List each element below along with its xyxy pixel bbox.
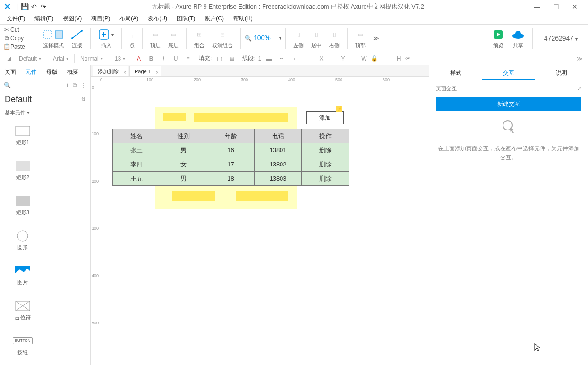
lock-icon[interactable]: 🔓	[369, 55, 379, 62]
canvas-area: 添加删除× Page 1× 0100200300400500600 010020…	[91, 65, 429, 365]
more-tools[interactable]: ≫	[369, 31, 383, 46]
widget-image[interactable]: 图片	[0, 258, 45, 293]
style-fill-icon[interactable]: ◢	[4, 55, 13, 62]
property-bar: ◢ Default▾ Arial▾ Normal▾ 13▾ A B I U ≡ …	[0, 52, 588, 65]
size-h[interactable]: H	[382, 55, 401, 62]
table-header-row: 姓名性别年龄电话操作	[113, 129, 349, 143]
style-dropdown[interactable]: Default▾	[16, 55, 44, 62]
widget-placeholder[interactable]: 占位符	[0, 293, 45, 328]
point-button: ┐点	[126, 27, 138, 49]
tab-style[interactable]: 样式	[429, 65, 482, 80]
layer-top: ▭顶层	[146, 27, 164, 49]
widget-rect3[interactable]: 矩形3	[0, 188, 45, 223]
ruler-horizontal: 0100200300400500600	[91, 77, 429, 85]
share-button[interactable]: 共享	[508, 27, 528, 49]
bold-icon[interactable]: B	[146, 55, 156, 62]
more-props[interactable]: ≫	[575, 55, 584, 62]
font-dropdown[interactable]: Arial▾	[50, 55, 71, 62]
tab-notes[interactable]: 说明	[535, 65, 588, 80]
close-button[interactable]: ✕	[565, 3, 584, 10]
table-row[interactable]: 李四女1713802删除	[113, 157, 349, 172]
table-row[interactable]: 张三男1613801删除	[113, 143, 349, 157]
menu-team[interactable]: 团队(T)	[172, 14, 200, 24]
add-widget-icon[interactable]: +	[66, 82, 69, 88]
window-title: 无标题 - Axure RP 9 Enterprise Edition : Fr…	[48, 2, 528, 11]
line-style[interactable]: ┅	[276, 55, 286, 62]
pos-x[interactable]: X	[304, 55, 323, 62]
connect-button[interactable]: 连接	[68, 27, 86, 49]
tab-masters[interactable]: 母版	[42, 65, 62, 78]
list-icon[interactable]: ≡	[183, 55, 193, 62]
maximize-button[interactable]: ☐	[546, 3, 565, 10]
menu-layout[interactable]: 布局(A)	[115, 14, 143, 24]
new-interaction-button[interactable]: 新建交互	[436, 97, 581, 111]
layer-bottom: ▭底层	[164, 27, 182, 49]
widget-rect2[interactable]: 矩形2	[0, 153, 45, 188]
fill-image[interactable]: ▦	[227, 55, 236, 62]
expand-icon[interactable]: ⤢	[577, 86, 581, 92]
interaction-bolt-icon[interactable]: ⚡	[336, 106, 342, 112]
data-table[interactable]: 姓名性别年龄电话操作 张三男1613801删除 李四女1713802删除 王五男…	[112, 129, 349, 186]
save-icon[interactable]: 💾	[20, 3, 29, 10]
svg-point-4	[81, 30, 83, 32]
tab-outline[interactable]: 概要	[62, 65, 83, 78]
underline-icon[interactable]: U	[171, 55, 180, 62]
canvas[interactable]: 添加 ⚡ ⚡ 姓名性别年龄电话操作 张三男1613801删除 李四女171380…	[99, 85, 429, 365]
widget-primary-button[interactable]: BUTTON主要按钮	[0, 363, 45, 365]
text-color-icon[interactable]: A	[134, 55, 144, 62]
pos-y[interactable]: Y	[326, 55, 345, 62]
menu-file[interactable]: 文件(F)	[2, 14, 30, 24]
cut-button[interactable]: ✂Cut	[3, 26, 31, 34]
size-dropdown[interactable]: 13▾	[112, 55, 128, 62]
align-left: ▯左侧	[290, 27, 307, 49]
cursor-pointer-icon	[534, 343, 542, 351]
menu-publish[interactable]: 发布(U)	[143, 14, 172, 24]
line-color[interactable]: ▬	[264, 55, 273, 62]
weight-dropdown[interactable]: Normal▾	[77, 55, 106, 62]
visibility-icon[interactable]: 👁	[403, 55, 413, 62]
table-row[interactable]: 王五男1813803删除	[113, 172, 349, 186]
select-mode[interactable]: 选择模式	[39, 27, 68, 49]
line-arrow[interactable]: →	[289, 55, 298, 62]
undo-icon[interactable]: ↶	[29, 3, 39, 10]
widget-circle[interactable]: 圆形	[0, 223, 45, 258]
fill-color[interactable]: ▢	[214, 55, 224, 62]
zoom-icon: 🔍	[245, 35, 252, 42]
doc-tab-1[interactable]: Page 1×	[129, 66, 161, 76]
section-basic[interactable]: 基本元件 ▾	[0, 107, 90, 118]
menu-icon[interactable]: ⋮	[81, 82, 86, 88]
menu-help[interactable]: 帮助(H)	[229, 14, 257, 24]
widget-button[interactable]: BUTTON按钮	[0, 328, 45, 363]
italic-icon[interactable]: I	[159, 55, 168, 62]
preview-button[interactable]: 预览	[489, 27, 508, 49]
paste-button[interactable]: 📋Paste	[3, 43, 31, 51]
svg-line-2	[72, 31, 82, 38]
menu-view[interactable]: 视图(V)	[58, 14, 86, 24]
menu-edit[interactable]: 编辑(E)	[30, 14, 58, 24]
tab-pages[interactable]: 页面	[0, 65, 21, 78]
doc-tab-0[interactable]: 添加删除×	[93, 66, 128, 76]
duplicate-icon[interactable]: ⧉	[73, 82, 77, 88]
search-icon[interactable]: 🔍	[4, 82, 62, 88]
tab-widgets[interactable]: 元件	[21, 65, 42, 78]
menu-account[interactable]: 账户(C)	[200, 14, 229, 24]
svg-rect-1	[55, 31, 63, 38]
login-button[interactable]: 47262947 ▾	[537, 35, 585, 42]
widget-rect1[interactable]: 矩形1	[0, 118, 45, 153]
minimize-button[interactable]: —	[528, 3, 546, 10]
tab-interactions[interactable]: 交互	[482, 65, 535, 80]
copy-button[interactable]: ⧉Copy	[3, 34, 31, 43]
svg-rect-11	[16, 126, 30, 136]
add-button[interactable]: 添加	[306, 111, 344, 124]
zoom-control[interactable]: 🔍 ▾	[245, 34, 281, 42]
size-w[interactable]: W	[348, 55, 366, 62]
insert-button[interactable]: ▾ 插入	[94, 27, 118, 49]
zoom-input[interactable]	[254, 34, 277, 42]
left-panel: 页面 元件 母版 概要 🔍 + ⧉ ⋮ Default⇅ 基本元件 ▾ 矩形1 …	[0, 65, 91, 365]
library-selector[interactable]: Default⇅	[0, 92, 90, 107]
menu-project[interactable]: 项目(P)	[86, 14, 115, 24]
toolbar: ✂Cut ⧉Copy 📋Paste 选择模式 连接 ▾ 插入 ┐点 ▭顶层 ▭底…	[0, 25, 588, 52]
line-width[interactable]: 1	[258, 55, 262, 62]
redo-icon[interactable]: ↷	[39, 3, 48, 10]
app-logo: ✕	[4, 1, 11, 12]
